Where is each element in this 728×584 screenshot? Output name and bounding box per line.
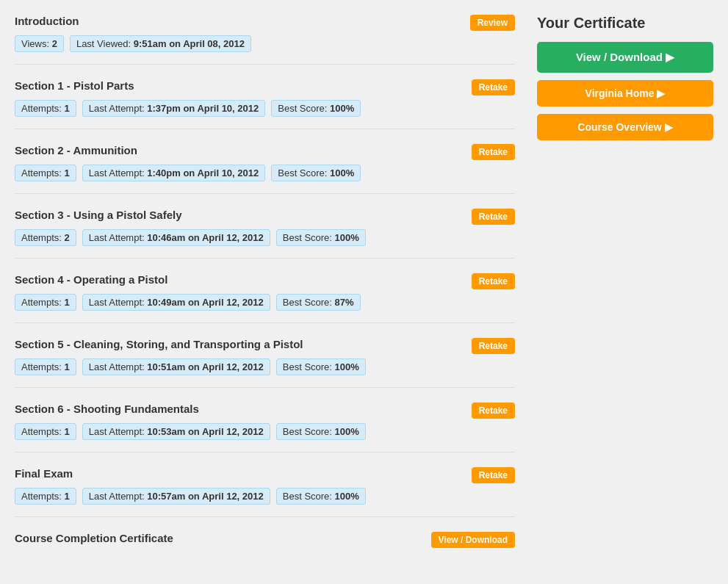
section-header-section1: Section 1 - Pistol PartsRetake (15, 79, 515, 95)
section-divider (15, 129, 515, 129)
course-overview-button[interactable]: Course Overview ▶ (537, 114, 713, 140)
section-divider (15, 193, 515, 194)
section-divider (15, 322, 515, 323)
section-title-section5: Section 5 - Cleaning, Storing, and Trans… (15, 338, 303, 350)
stat-badge: Last Attempt: 1:40pm on April 10, 2012 (82, 165, 265, 181)
section-button-section3[interactable]: Retake (472, 209, 515, 225)
section-block-section3: Section 3 - Using a Pistol SafelyRetakeA… (15, 209, 515, 259)
view-download-button[interactable]: View / Download ▶ (537, 42, 713, 73)
stat-badge: Last Attempt: 10:46am on April 12, 2012 (82, 229, 270, 246)
section-title-certificate: Course Completion Certificate (15, 532, 173, 544)
section-divider (15, 452, 515, 453)
section-block-section4: Section 4 - Operating a PistolRetakeAtte… (15, 273, 515, 323)
section-block-section6: Section 6 - Shooting FundamentalsRetakeA… (15, 403, 515, 453)
section-header-section5: Section 5 - Cleaning, Storing, and Trans… (15, 338, 515, 354)
stats-row-section3: Attempts: 2Last Attempt: 10:46am on Apri… (15, 229, 515, 246)
stats-row-section6: Attempts: 1Last Attempt: 10:53am on Apri… (15, 423, 515, 440)
sidebar: Your Certificate View / Download ▶ Virgi… (537, 15, 713, 563)
stats-row-introduction: Views: 2Last Viewed: 9:51am on April 08,… (15, 35, 515, 52)
section-title-section2: Section 2 - Ammunition (15, 144, 137, 156)
section-header-section6: Section 6 - Shooting FundamentalsRetake (15, 403, 515, 419)
section-block-section1: Section 1 - Pistol PartsRetakeAttempts: … (15, 79, 515, 129)
section-header-introduction: IntroductionReview (15, 15, 515, 31)
stat-badge: Last Attempt: 1:37pm on April 10, 2012 (82, 100, 265, 117)
section-button-section1[interactable]: Retake (472, 79, 515, 95)
stat-badge: Attempts: 1 (15, 165, 76, 181)
stat-badge: Best Score: 87% (276, 294, 361, 311)
stats-row-section1: Attempts: 1Last Attempt: 1:37pm on April… (15, 100, 515, 117)
section-header-section3: Section 3 - Using a Pistol SafelyRetake (15, 209, 515, 225)
section-block-certificate: Course Completion CertificateView / Down… (15, 532, 515, 548)
section-button-introduction[interactable]: Review (470, 15, 515, 31)
section-title-section1: Section 1 - Pistol Parts (15, 79, 134, 92)
stats-row-section2: Attempts: 1Last Attempt: 1:40pm on April… (15, 165, 515, 181)
section-divider (15, 387, 515, 388)
stats-row-section4: Attempts: 1Last Attempt: 10:49am on Apri… (15, 294, 515, 311)
page-layout: IntroductionReviewViews: 2Last Viewed: 9… (15, 15, 713, 563)
section-block-final-exam: Final ExamRetakeAttempts: 1Last Attempt:… (15, 467, 515, 517)
stat-badge: Views: 2 (15, 35, 64, 52)
stat-badge: Last Viewed: 9:51am on April 08, 2012 (70, 35, 251, 52)
section-button-section6[interactable]: Retake (472, 403, 515, 419)
section-title-section4: Section 4 - Operating a Pistol (15, 273, 167, 286)
stat-badge: Attempts: 1 (15, 100, 76, 117)
stat-badge: Best Score: 100% (276, 488, 366, 505)
section-header-certificate: Course Completion CertificateView / Down… (15, 532, 515, 548)
section-button-section2[interactable]: Retake (472, 144, 515, 160)
main-content: IntroductionReviewViews: 2Last Viewed: 9… (15, 15, 515, 563)
stat-badge: Best Score: 100% (276, 229, 366, 246)
stat-badge: Best Score: 100% (276, 423, 366, 440)
section-block-section2: Section 2 - AmmunitionRetakeAttempts: 1L… (15, 144, 515, 194)
section-header-final-exam: Final ExamRetake (15, 467, 515, 483)
stat-badge: Attempts: 2 (15, 229, 76, 246)
section-title-section3: Section 3 - Using a Pistol Safely (15, 209, 182, 221)
stat-badge: Last Attempt: 10:49am on April 12, 2012 (82, 294, 270, 311)
section-divider (15, 64, 515, 65)
section-block-introduction: IntroductionReviewViews: 2Last Viewed: 9… (15, 15, 515, 65)
stat-badge: Last Attempt: 10:53am on April 12, 2012 (82, 423, 270, 440)
section-title-final-exam: Final Exam (15, 467, 73, 480)
stat-badge: Best Score: 100% (271, 100, 361, 117)
stat-badge: Last Attempt: 10:51am on April 12, 2012 (82, 358, 270, 375)
stats-row-section5: Attempts: 1Last Attempt: 10:51am on Apri… (15, 358, 515, 375)
section-divider (15, 516, 515, 517)
certificate-heading: Your Certificate (537, 15, 713, 32)
section-divider (15, 258, 515, 259)
stat-badge: Attempts: 1 (15, 294, 76, 311)
stat-badge: Best Score: 100% (276, 358, 366, 375)
section-header-section4: Section 4 - Operating a PistolRetake (15, 273, 515, 289)
section-block-section5: Section 5 - Cleaning, Storing, and Trans… (15, 338, 515, 388)
section-button-certificate[interactable]: View / Download (431, 532, 515, 548)
section-title-section6: Section 6 - Shooting Fundamentals (15, 403, 199, 415)
section-button-section4[interactable]: Retake (472, 273, 515, 289)
section-title-introduction: Introduction (15, 15, 79, 27)
stat-badge: Attempts: 1 (15, 423, 76, 440)
section-header-section2: Section 2 - AmmunitionRetake (15, 144, 515, 160)
virginia-home-button[interactable]: Virginia Home ▶ (537, 80, 713, 107)
section-button-section5[interactable]: Retake (472, 338, 515, 354)
stat-badge: Last Attempt: 10:57am on April 12, 2012 (82, 488, 270, 505)
stat-badge: Best Score: 100% (271, 165, 361, 181)
stats-row-final-exam: Attempts: 1Last Attempt: 10:57am on Apri… (15, 488, 515, 505)
stat-badge: Attempts: 1 (15, 488, 76, 505)
section-button-final-exam[interactable]: Retake (472, 467, 515, 483)
stat-badge: Attempts: 1 (15, 358, 76, 375)
